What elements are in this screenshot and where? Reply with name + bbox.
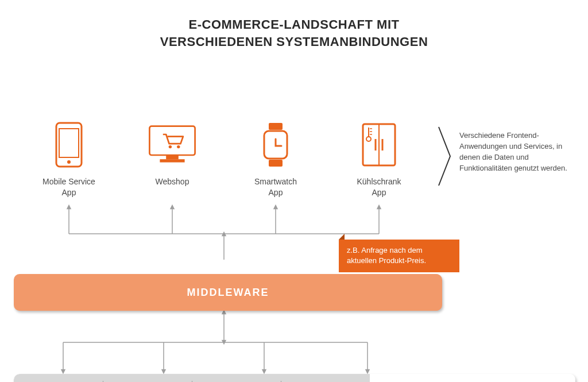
frontend-mobile-app: Mobile ServiceApp xyxy=(23,119,115,197)
svg-rect-9 xyxy=(269,160,283,167)
desktop-cart-icon xyxy=(146,119,198,171)
backend-description: Verschiedene Systeme stellen Daten und F… xyxy=(370,374,575,382)
backend-cms: CMS xyxy=(103,374,192,382)
svg-rect-1 xyxy=(59,129,79,157)
example-callout: z.B. Anfrage nach dem aktuellen Produkt-… xyxy=(339,240,459,272)
svg-rect-0 xyxy=(56,123,82,167)
backend-crm-pim: CRM/PIM xyxy=(281,374,370,382)
svg-rect-8 xyxy=(269,123,283,130)
svg-point-2 xyxy=(67,160,71,164)
backend-bar: ERP CMS Shop-System CRM/PIM Verschiedene… xyxy=(14,374,575,382)
middleware-bar: MIDDLEWARE xyxy=(14,274,442,311)
frontend-row: Mobile ServiceApp Webshop xyxy=(23,119,425,197)
frontend-smartwatch: SmartwatchApp xyxy=(230,119,322,197)
frontend-label: SmartwatchApp xyxy=(254,176,297,197)
svg-point-7 xyxy=(177,145,180,148)
svg-rect-5 xyxy=(160,160,184,163)
diagram-title: E-COMMERCE-LANDSCHAFT MIT VERSCHIEDENEN … xyxy=(0,0,588,50)
svg-point-16 xyxy=(366,137,371,141)
backend-systems: ERP CMS Shop-System CRM/PIM xyxy=(14,374,370,382)
frontend-webshop: Webshop xyxy=(126,119,218,197)
svg-point-6 xyxy=(169,145,172,148)
svg-rect-4 xyxy=(166,155,179,159)
backend-erp: ERP xyxy=(14,374,103,382)
brace-icon xyxy=(436,125,454,188)
frontend-description: Verschiedene Frontend-Anwendungen und Se… xyxy=(459,130,574,173)
svg-rect-3 xyxy=(149,126,195,155)
frontend-label: Mobile ServiceApp xyxy=(42,176,95,197)
frontend-fridge: KühlschrankApp xyxy=(333,119,425,197)
middleware-label: MIDDLEWARE xyxy=(187,287,269,299)
mobile-icon xyxy=(43,119,95,171)
smartwatch-icon xyxy=(250,119,301,171)
frontend-label: KühlschrankApp xyxy=(357,176,401,197)
frontend-label: Webshop xyxy=(156,176,189,187)
arrows-middleware-to-backend xyxy=(23,311,425,368)
fridge-icon xyxy=(353,119,405,171)
backend-shop-system: Shop-System xyxy=(192,374,281,382)
